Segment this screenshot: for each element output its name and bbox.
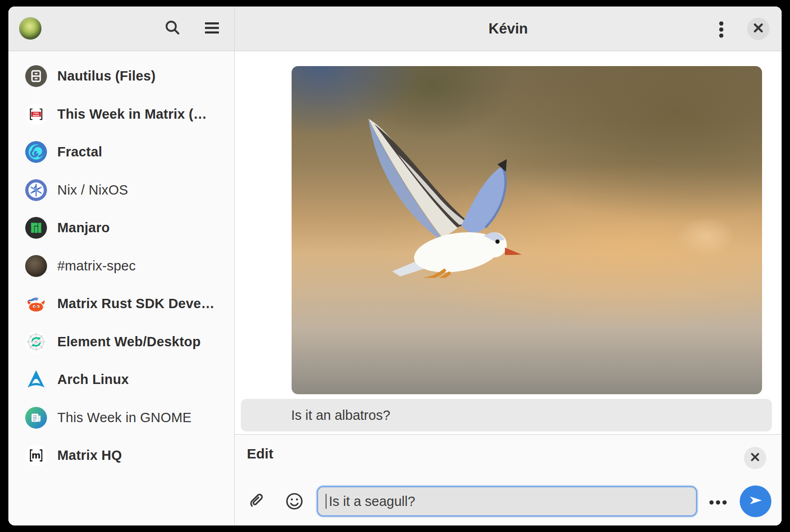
attach-file-button[interactable] xyxy=(246,492,266,512)
room-label: Manjaro xyxy=(57,220,110,236)
chat-pane: Kévin xyxy=(235,7,782,525)
manjaro-icon xyxy=(25,217,47,239)
kebab-menu-icon xyxy=(719,20,723,40)
search-icon xyxy=(164,19,181,38)
message-entry[interactable]: Is it a seagull? xyxy=(317,486,697,517)
image-message[interactable] xyxy=(292,66,762,394)
room-label: Fractal xyxy=(57,144,102,160)
text-message-bubble[interactable]: Is it an albatros? xyxy=(241,399,772,431)
room-label: Arch Linux xyxy=(57,372,129,387)
account-avatar[interactable] xyxy=(19,17,41,40)
sidebar-item-matrix-hq[interactable]: m Matrix HQ xyxy=(8,437,234,475)
svg-text:WEEK: WEEK xyxy=(33,114,40,117)
svg-text:m: m xyxy=(32,451,41,461)
more-options-icon xyxy=(708,498,728,506)
sidebar-item-nautilus-files[interactable]: Nautilus (Files) xyxy=(8,57,234,95)
hamburger-menu-icon xyxy=(204,22,219,36)
chat-headerbar: Kévin xyxy=(235,7,782,51)
room-label: Matrix Rust SDK Deve… xyxy=(57,296,215,311)
send-message-button[interactable] xyxy=(740,485,771,517)
emoji-picker-button[interactable] xyxy=(284,492,305,512)
paperclip-icon xyxy=(246,492,266,513)
photo-avatar xyxy=(25,255,47,277)
room-label: #matrix-spec xyxy=(57,258,136,274)
room-label: This Week in Matrix (… xyxy=(57,107,207,122)
twim-icon: THISWEEK xyxy=(25,103,47,125)
room-label: This Week in GNOME xyxy=(57,410,191,425)
edit-message-panel: Edit Is it a seagull? xyxy=(235,434,782,525)
file-cabinet-icon xyxy=(25,65,47,87)
sidebar: Nautilus (Files) THISWEEK This Week in M… xyxy=(8,7,235,525)
element-web-icon xyxy=(25,331,47,353)
search-button[interactable] xyxy=(162,18,183,39)
text-caret xyxy=(326,494,327,509)
sidebar-item-this-week-in-gnome[interactable]: This Week in GNOME xyxy=(8,399,234,437)
matrix-m-icon: m xyxy=(25,444,47,466)
send-plane-icon xyxy=(747,492,764,511)
arch-linux-icon xyxy=(25,369,47,391)
room-menu-button[interactable] xyxy=(711,19,731,40)
fractal-spiral-icon xyxy=(25,141,47,163)
ferris-crab-icon xyxy=(25,293,47,315)
sidebar-item-fractal[interactable]: Fractal xyxy=(8,133,234,171)
nix-snowflake-icon xyxy=(25,179,47,201)
edit-mode-label: Edit xyxy=(247,446,273,462)
room-list: Nautilus (Files) THISWEEK This Week in M… xyxy=(8,51,234,475)
message-text: Is it an albatros? xyxy=(241,408,390,423)
room-label: Element Web/Desktop xyxy=(57,334,201,350)
sidebar-item-nix-nixos[interactable]: Nix / NixOS xyxy=(8,171,234,209)
room-label: Nautilus (Files) xyxy=(57,68,156,84)
cancel-edit-button[interactable] xyxy=(744,447,766,469)
sidebar-headerbar xyxy=(8,7,234,51)
sidebar-item-this-week-in-matrix[interactable]: THISWEEK This Week in Matrix (… xyxy=(8,95,234,134)
sidebar-item-matrix-rust-sdk[interactable]: Matrix Rust SDK Deve… xyxy=(8,285,234,323)
close-icon xyxy=(750,452,760,464)
room-label: Matrix HQ xyxy=(57,448,122,463)
close-window-button[interactable] xyxy=(747,18,770,40)
twig-newspaper-icon xyxy=(25,407,47,429)
message-entry-text: Is it a seagull? xyxy=(329,494,415,509)
seagull-illustration xyxy=(347,110,524,278)
close-icon xyxy=(753,23,763,35)
fractal-window: Nautilus (Files) THISWEEK This Week in M… xyxy=(8,7,782,525)
emoji-smile-icon xyxy=(285,492,304,512)
main-menu-button[interactable] xyxy=(202,19,222,39)
room-label: Nix / NixOS xyxy=(57,182,128,198)
message-timeline: Is it an albatros? xyxy=(235,51,782,434)
sidebar-item-manjaro[interactable]: Manjaro xyxy=(8,209,234,247)
room-title: Kévin xyxy=(235,7,782,51)
sidebar-item-matrix-spec[interactable]: #matrix-spec xyxy=(8,247,234,285)
sidebar-item-arch-linux[interactable]: Arch Linux xyxy=(8,361,234,399)
more-options-button[interactable] xyxy=(708,492,728,512)
sidebar-item-element-web-desktop[interactable]: Element Web/Desktop xyxy=(8,323,234,361)
